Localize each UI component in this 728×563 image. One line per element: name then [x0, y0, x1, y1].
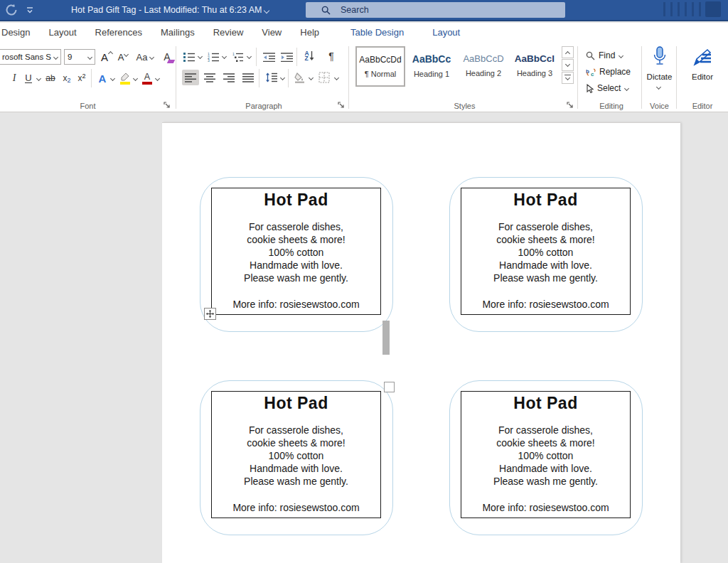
style-normal[interactable]: AaBbCcDd ¶ Normal [355, 46, 405, 87]
font-name-combobox[interactable]: rosoft Sans S [0, 49, 61, 65]
align-right-button[interactable] [220, 70, 237, 85]
table-resize-handle[interactable] [384, 382, 395, 392]
underline-caret-icon[interactable] [36, 76, 41, 81]
quick-access-toolbar-menu-icon[interactable] [26, 6, 34, 15]
divider [256, 48, 257, 66]
bullets-caret-icon[interactable] [198, 54, 203, 59]
shading-caret-icon[interactable] [309, 75, 314, 80]
paragraph-dialog-launcher-icon[interactable] [338, 102, 345, 109]
increase-indent-icon [281, 53, 293, 62]
highlight-button[interactable] [118, 70, 132, 86]
borders-icon [318, 72, 330, 83]
font-size-combobox[interactable]: 9 [64, 49, 95, 65]
voice-group: Dictate Voice [643, 43, 676, 112]
multilevel-list-button[interactable]: 1 [231, 49, 245, 65]
font-name-value: rosoft Sans S [2, 53, 51, 61]
font-size-caret-icon[interactable] [87, 54, 92, 59]
table-drag-bar[interactable] [382, 321, 390, 355]
editor-pencil-icon [692, 48, 713, 68]
styles-dialog-launcher-icon[interactable] [567, 102, 574, 109]
grow-font-button[interactable]: A [99, 49, 114, 65]
styles-more-button[interactable] [562, 72, 574, 84]
dictate-button[interactable] [643, 46, 676, 68]
align-left-button[interactable] [182, 70, 199, 85]
clear-formatting-button[interactable]: A [159, 49, 175, 65]
align-right-icon [223, 73, 235, 82]
tab-help[interactable]: Help [291, 23, 328, 43]
font-group-label: Font [0, 102, 176, 110]
tab-table-layout[interactable]: Layout [423, 23, 469, 43]
increase-indent-button[interactable] [279, 49, 294, 65]
styles-scroll-down-button[interactable] [562, 59, 574, 71]
voice-group-label: Voice [643, 102, 676, 110]
search-input[interactable]: Search [306, 2, 565, 18]
tag-body: For casserole dishes, cookie sheets & mo… [493, 220, 598, 284]
gift-tag-cell[interactable]: Hot Pad For casserole dishes, cookie she… [461, 391, 631, 518]
gift-tag-cell[interactable]: Hot Pad For casserole dishes, cookie she… [211, 391, 381, 518]
replace-button[interactable]: b c Replace [586, 65, 631, 79]
svg-text:1: 1 [232, 52, 235, 56]
gift-tag-cell[interactable]: Hot Pad For casserole dishes, cookie she… [461, 188, 631, 315]
decrease-indent-button[interactable] [262, 49, 276, 65]
strikethrough-button[interactable]: ab [43, 70, 58, 86]
tab-mailings[interactable]: Mailings [151, 23, 204, 43]
numbering-caret-icon[interactable] [222, 54, 227, 59]
change-case-button[interactable]: Aa [134, 49, 156, 65]
style-heading1[interactable]: AaBbCc Heading 1 [407, 46, 456, 87]
gift-tag-cell[interactable]: Hot Pad For casserole dishes, cookie she… [211, 188, 381, 315]
show-hide-pilcrow-button[interactable]: ¶ [326, 48, 337, 64]
align-center-button[interactable] [201, 70, 218, 85]
borders-caret-icon[interactable] [334, 75, 339, 80]
find-button[interactable]: Find [586, 48, 623, 63]
italic-button[interactable]: I [9, 70, 20, 86]
style-heading3[interactable]: AaBbCcl Heading 3 [510, 46, 560, 87]
font-group: rosoft Sans S 9 A A Aa A [0, 43, 176, 112]
numbering-button[interactable]: 1 2 3 [206, 49, 220, 65]
line-spacing-button[interactable] [263, 70, 279, 85]
ribbon-tab-bar: Design Layout References Mailings Review… [0, 23, 728, 43]
tag-title: Hot Pad [513, 191, 577, 210]
borders-button[interactable] [316, 70, 332, 85]
subscript-button[interactable]: x2 [60, 70, 73, 86]
style-heading2[interactable]: AaBbCcD Heading 2 [459, 46, 508, 87]
editor-button[interactable] [678, 48, 727, 68]
bullets-button[interactable] [182, 49, 196, 65]
styles-scroll-up-button[interactable] [562, 46, 574, 58]
font-size-value: 9 [68, 53, 72, 61]
window-title: Hot Pad Gift Tag - Last Modified: Thu at… [71, 0, 262, 20]
tab-table-design[interactable]: Table Design [341, 23, 413, 43]
group-divider [577, 46, 578, 109]
tab-design[interactable]: Design [0, 23, 39, 43]
font-dialog-launcher-icon[interactable] [164, 102, 171, 109]
select-button[interactable]: Select [586, 81, 628, 95]
text-effects-caret-icon[interactable] [110, 76, 115, 81]
bullet-list-icon [183, 52, 195, 62]
search-placeholder: Search [341, 5, 369, 15]
font-color-button[interactable]: A [141, 70, 154, 86]
multilevel-caret-icon[interactable] [247, 54, 252, 59]
titlebar-faded-account-icon [705, 1, 721, 17]
svg-text:3: 3 [208, 58, 210, 62]
tab-view[interactable]: View [252, 23, 291, 43]
underline-button[interactable]: U [23, 70, 34, 86]
numbered-list-icon: 1 2 3 [208, 52, 219, 62]
tab-layout[interactable]: Layout [39, 23, 85, 43]
autosave-sync-icon[interactable] [4, 3, 18, 17]
text-effects-button[interactable]: A [95, 70, 109, 86]
justify-button[interactable] [240, 70, 257, 85]
tab-references[interactable]: References [86, 23, 151, 43]
justify-icon [242, 73, 254, 82]
superscript-button[interactable]: x2 [75, 70, 88, 86]
font-name-caret-icon[interactable] [53, 54, 58, 59]
highlight-caret-icon[interactable] [133, 76, 138, 81]
line-spacing-caret-icon[interactable] [280, 75, 285, 80]
highlighter-pen-icon [119, 72, 131, 85]
dictate-caret-icon[interactable] [656, 85, 661, 90]
shrink-font-button[interactable]: A [115, 49, 131, 65]
shading-button[interactable] [291, 70, 307, 85]
font-color-caret-icon[interactable] [155, 76, 160, 81]
tab-review[interactable]: Review [204, 23, 253, 43]
title-dropdown-caret-icon[interactable] [264, 8, 269, 14]
sort-button[interactable]: A Z [301, 48, 317, 64]
table-move-handle[interactable] [204, 308, 216, 320]
